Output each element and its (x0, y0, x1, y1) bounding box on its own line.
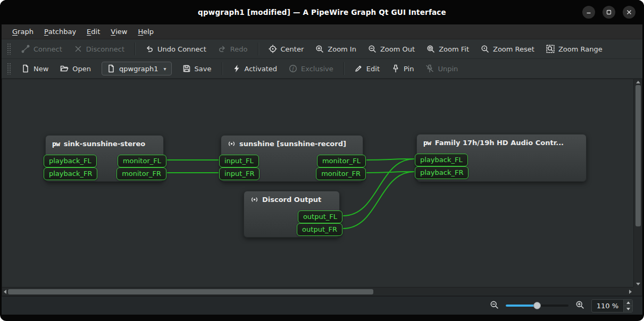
menu-item-patchbay[interactable]: Patchbay (39, 24, 81, 39)
node-sink[interactable]: pwsink-sunshine-stereoplayback_FLplaybac… (45, 135, 164, 182)
open-button[interactable]: Open (55, 62, 96, 75)
edit-button[interactable]: Edit (349, 62, 385, 75)
center-button[interactable]: Center (263, 42, 310, 56)
node-title: pwsink-sunshine-stereo (46, 136, 163, 148)
close-icon (626, 10, 632, 15)
toolbar-button-label: Center (281, 45, 304, 53)
toolbar-separator (222, 62, 222, 75)
zoom-out-button[interactable]: Zoom Out (363, 42, 420, 56)
disconnect-icon (74, 45, 82, 53)
zoom-reset-button[interactable]: Zoom Reset (475, 42, 540, 56)
zoom-value[interactable]: 110 % (592, 300, 623, 312)
zoom-spin-buttons (623, 300, 632, 312)
undo-connect-button[interactable]: Undo Connect (140, 42, 212, 56)
zoom-out-icon[interactable] (490, 300, 499, 311)
scroll-right-icon[interactable] (629, 290, 632, 294)
toolbar-handle[interactable] (7, 63, 11, 74)
close-button[interactable] (623, 6, 635, 19)
node-sunshine[interactable]: sunshine [sunshine-record]input_FLinput_… (221, 135, 363, 182)
redo-button[interactable]: Redo (213, 42, 253, 56)
statusbar: 110 % (2, 296, 642, 315)
horizontal-scroll-thumb[interactable] (8, 289, 373, 294)
zoom-in-icon (315, 45, 324, 53)
port-playback_fr[interactable]: playback_FR (44, 167, 97, 180)
scroll-left-icon[interactable] (4, 290, 6, 294)
port-monitor_fr[interactable]: monitor_FR (116, 167, 166, 180)
port-playback_fl[interactable]: playback_FL (415, 154, 468, 166)
menu-item-help[interactable]: Help (132, 24, 159, 39)
toolbar-separator (135, 43, 135, 55)
app-frame: GraphPatchbayEditViewHelp ConnectDisconn… (0, 24, 644, 315)
chevron-down-icon (626, 308, 630, 310)
center-icon (269, 45, 277, 53)
file-icon (107, 64, 115, 73)
vertical-scroll-thumb[interactable] (635, 85, 641, 226)
toolbar-button-label: Zoom Reset (493, 45, 534, 53)
node-title-text: Discord Output (262, 196, 321, 204)
port-monitor_fr[interactable]: monitor_FR (316, 167, 366, 180)
port-playback_fr[interactable]: playback_FR (415, 166, 469, 179)
save-button[interactable]: Save (177, 62, 217, 75)
open-icon (60, 64, 69, 73)
horizontal-scroll-track[interactable] (8, 289, 628, 294)
zoom-slider-fill (506, 305, 537, 307)
port-input_fr[interactable]: input_FR (219, 167, 260, 180)
spin-down-button[interactable] (624, 306, 632, 312)
node-family[interactable]: pwFamily 17h/19h HD Audio Contr...playba… (416, 134, 587, 182)
port-input_fl[interactable]: input_FL (219, 155, 259, 167)
menu-item-edit[interactable]: Edit (81, 24, 105, 39)
vertical-scrollbar[interactable] (633, 79, 642, 287)
redo-icon (218, 45, 227, 53)
toolbar-button-label: Edit (366, 65, 380, 73)
toolbar-button-label: Zoom Fit (439, 45, 469, 53)
zoom-range-button[interactable]: Zoom Range (541, 42, 608, 56)
unpin-button[interactable]: Unpin (420, 62, 463, 75)
node-discord[interactable]: Discord Outputoutput_FLoutput_FR (244, 191, 340, 238)
port-output_fl[interactable]: output_FL (298, 210, 342, 223)
pin-button[interactable]: Pin (386, 62, 419, 75)
zoom-slider[interactable] (506, 301, 568, 310)
scrollbar-corner (633, 287, 642, 295)
maximize-button[interactable] (603, 6, 615, 19)
chevron-up-icon (626, 301, 630, 304)
zoom-slider-handle[interactable] (533, 302, 541, 309)
edit-icon (354, 64, 363, 73)
menu-item-view[interactable]: View (105, 24, 132, 39)
zoom-reset-icon (481, 45, 489, 53)
zoom-in-button[interactable]: Zoom In (310, 42, 362, 56)
toolbar-handle[interactable] (7, 43, 11, 55)
pin-icon (391, 64, 400, 73)
node-title: sunshine [sunshine-record] (221, 136, 363, 148)
minimize-button[interactable] (582, 6, 595, 19)
toolbar-separator (344, 62, 344, 75)
pipewire-icon: pw (423, 139, 431, 147)
node-title-text: Family 17h/19h HD Audio Contr... (435, 139, 564, 147)
toolbar-button-label: Activated (245, 65, 278, 73)
port-output_fr[interactable]: output_FR (297, 223, 342, 236)
toolbar-separator (258, 43, 258, 55)
activated-button[interactable]: Activated (227, 62, 283, 75)
spin-up-button[interactable] (624, 300, 632, 306)
titlebar[interactable]: qpwgraph1 [modified] — A PipeWire Graph … (0, 0, 644, 24)
port-monitor_fl[interactable]: monitor_FL (317, 155, 366, 167)
port-playback_fl[interactable]: playback_FL (44, 155, 97, 167)
disconnect-button[interactable]: Disconnect (69, 42, 130, 56)
new-button[interactable]: New (16, 62, 54, 75)
scroll-up-icon[interactable] (636, 81, 640, 83)
graph-canvas[interactable]: pwsink-sunshine-stereoplayback_FLplaybac… (2, 79, 633, 287)
node-title-text: sink-sunshine-stereo (64, 140, 146, 148)
node-title-text: sunshine [sunshine-record] (239, 140, 346, 148)
app-window: qpwgraph1 [modified] — A PipeWire Graph … (0, 0, 644, 321)
horizontal-scrollbar[interactable] (2, 287, 633, 295)
exclusive-button[interactable]: fExclusive (283, 62, 339, 75)
patchbay-combo[interactable]: qpwgraph1▾ (102, 62, 172, 75)
media-app-icon (228, 140, 236, 148)
vertical-scroll-track[interactable] (635, 85, 641, 281)
zoom-spinbox[interactable]: 110 % (591, 299, 633, 312)
connect-button[interactable]: Connect (16, 42, 68, 56)
port-monitor_fl[interactable]: monitor_FL (118, 155, 166, 167)
zoom-fit-button[interactable]: Zoom Fit (421, 42, 474, 56)
scroll-down-icon[interactable] (636, 283, 640, 285)
menu-item-graph[interactable]: Graph (7, 24, 39, 39)
zoom-in-icon[interactable] (575, 300, 584, 311)
